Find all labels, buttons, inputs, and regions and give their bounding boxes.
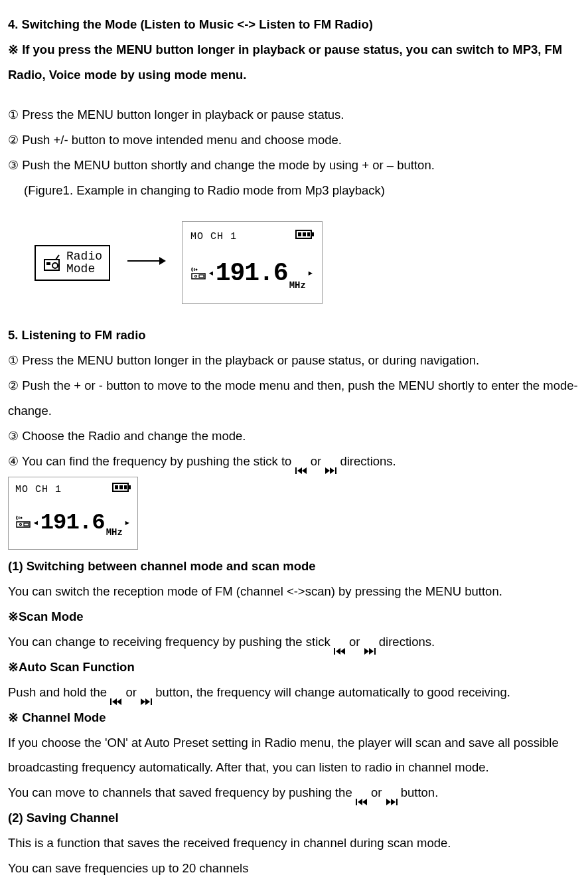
- step-number-1-icon: ①: [8, 354, 19, 367]
- svg-rect-22: [129, 485, 131, 489]
- svg-marker-17: [302, 467, 307, 474]
- antenna-icon: [15, 513, 31, 538]
- step-2-text: Push +/- button to move intended menu an…: [22, 133, 342, 147]
- triangle-left-icon: ◂: [208, 263, 214, 285]
- auto-scan-title: Auto Scan Function: [19, 660, 135, 674]
- next-track-icon: [386, 789, 398, 797]
- triangle-right-icon: ▸: [307, 263, 314, 285]
- svg-point-13: [195, 276, 197, 278]
- auto-scan-heading: ※Auto Scan Function: [8, 655, 580, 680]
- step-3: ③ Push the MENU button shortly and chang…: [8, 153, 580, 178]
- s5-step-2-text: Push the + or - button to move to the mo…: [8, 378, 578, 418]
- note-text: If you press the MENU button longer in p…: [8, 42, 562, 82]
- frequency-unit: MHz: [106, 523, 123, 546]
- svg-marker-34: [369, 648, 374, 655]
- channel-mode-title: Channel Mode: [19, 710, 106, 724]
- svg-rect-42: [356, 799, 357, 805]
- battery-icon: [295, 227, 314, 248]
- svg-marker-45: [386, 799, 391, 805]
- next-track-icon: [364, 639, 376, 647]
- svg-point-11: [196, 269, 198, 271]
- step-number-3-icon: ③: [8, 159, 19, 172]
- step-1-text: Press the MENU button longer in playback…: [22, 108, 344, 121]
- next-track-icon: [325, 458, 336, 466]
- svg-rect-41: [151, 698, 152, 705]
- svg-marker-44: [362, 799, 367, 805]
- svg-rect-35: [374, 648, 376, 655]
- svg-rect-9: [303, 232, 306, 236]
- section-5-heading: 5. Listening to FM radio: [8, 323, 580, 348]
- fm-radio-display-small: MO CH 1 ◂ 191.6 MHz ▸: [8, 477, 138, 550]
- svg-rect-25: [124, 485, 127, 489]
- subsection-1-text: You can switch the reception mode of FM …: [8, 579, 580, 604]
- step-number-3-icon: ③: [8, 430, 19, 443]
- radio-mode-menu-item: Radio Mode: [35, 245, 110, 281]
- mode-channel-label: MO CH 1: [15, 480, 62, 501]
- svg-rect-29: [24, 523, 29, 526]
- svg-rect-15: [295, 467, 297, 474]
- mode-channel-label: MO CH 1: [190, 227, 237, 248]
- svg-marker-19: [330, 467, 334, 474]
- svg-rect-27: [17, 522, 30, 527]
- svg-marker-37: [112, 698, 117, 705]
- s5-step-4-text-a: You can find the frequency by pushing th…: [22, 454, 295, 468]
- subsection-2-heading: (2) Saving Channel: [8, 805, 580, 831]
- s5-step-4-text-c: directions.: [340, 454, 396, 468]
- previous-track-icon: [356, 789, 368, 797]
- frequency-value: 191.6: [40, 500, 105, 546]
- s5-step-3-text: Choose the Radio and change the mode.: [22, 429, 246, 443]
- battery-icon: [112, 480, 131, 501]
- radio-icon: [42, 254, 61, 272]
- svg-marker-5: [159, 257, 166, 265]
- previous-track-icon: [295, 458, 307, 466]
- channel-mode-p1: If you choose the 'ON' at Auto Preset se…: [8, 730, 580, 781]
- subsection-2-p1: This is a function that saves the receiv…: [8, 831, 580, 856]
- reference-mark-icon: ※: [8, 609, 19, 623]
- svg-rect-12: [192, 274, 205, 279]
- section-4-heading: 4. Switching the Mode (Listen to Music <…: [8, 12, 580, 37]
- svg-point-2: [52, 263, 58, 268]
- svg-rect-3: [46, 262, 50, 265]
- svg-marker-16: [297, 467, 302, 474]
- svg-marker-43: [358, 799, 362, 805]
- radio-mode-label: Radio Mode: [66, 250, 102, 276]
- channel-mode-p2: You can move to channels that saved freq…: [8, 780, 580, 805]
- svg-rect-10: [307, 232, 310, 236]
- channel-mode-heading: ※ Channel Mode: [8, 705, 580, 730]
- step-1: ① Press the MENU button longer in playba…: [8, 102, 580, 127]
- svg-marker-18: [325, 467, 330, 474]
- svg-rect-7: [312, 232, 314, 236]
- previous-track-icon: [110, 689, 122, 697]
- reference-mark-icon: ※: [8, 42, 19, 56]
- svg-line-1: [56, 255, 59, 260]
- frequency-value: 191.6: [216, 248, 288, 299]
- step-number-4-icon: ④: [8, 455, 19, 468]
- svg-rect-23: [115, 485, 118, 489]
- svg-marker-39: [141, 698, 145, 705]
- figure-1-caption: (Figure1. Example in changing to Radio m…: [8, 178, 580, 203]
- svg-marker-38: [117, 698, 121, 705]
- step-number-2-icon: ②: [8, 379, 19, 392]
- triangle-left-icon: ◂: [33, 513, 39, 534]
- scan-mode-heading: ※Scan Mode: [8, 604, 580, 629]
- previous-track-icon: [334, 639, 346, 647]
- s5-step-1: ① Press the MENU button longer in the pl…: [8, 348, 580, 373]
- subsection-1-heading: (1) Switching between channel mode and s…: [8, 554, 580, 579]
- svg-rect-36: [110, 698, 111, 705]
- svg-marker-33: [364, 648, 369, 655]
- reference-mark-icon: ※: [8, 710, 19, 724]
- svg-rect-24: [119, 485, 123, 489]
- step-number-1-icon: ①: [8, 108, 19, 121]
- auto-scan-text: Push and hold the or button, the frequen…: [8, 680, 580, 705]
- fm-radio-display: MO CH 1: [182, 221, 323, 304]
- step-number-2-icon: ②: [8, 133, 19, 147]
- s5-step-1-text: Press the MENU button longer in the play…: [22, 353, 479, 367]
- step-3-text: Push the MENU button shortly and change …: [22, 158, 435, 172]
- scan-mode-text: You can change to receiving frequency by…: [8, 629, 580, 655]
- next-track-icon: [140, 689, 152, 697]
- svg-rect-30: [334, 648, 335, 655]
- frequency-unit: MHz: [289, 276, 306, 299]
- svg-point-28: [20, 524, 22, 526]
- arrow-right-icon: [126, 250, 166, 276]
- figure-1: Radio Mode MO CH 1: [8, 202, 580, 323]
